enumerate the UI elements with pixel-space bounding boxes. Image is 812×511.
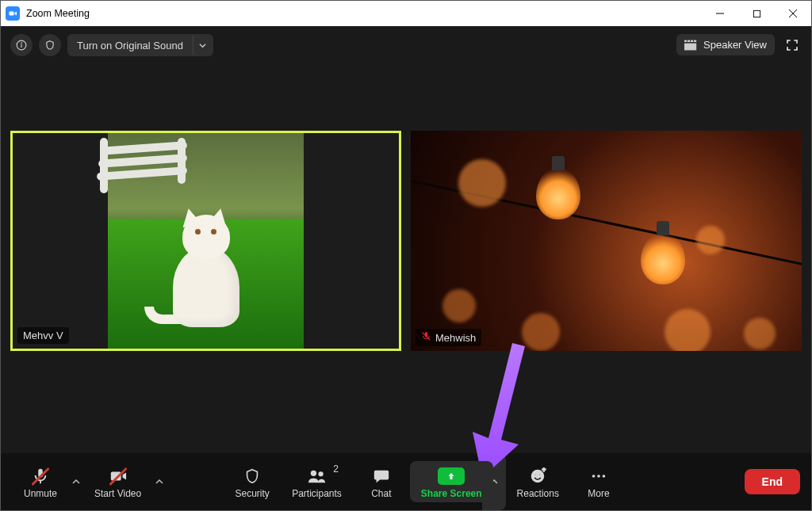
fullscreen-button[interactable] bbox=[783, 36, 802, 55]
meeting-info-icon[interactable] bbox=[10, 34, 33, 56]
participant-name: Mehwish bbox=[435, 332, 476, 344]
svg-rect-2 bbox=[753, 10, 760, 17]
minimize-button[interactable] bbox=[702, 1, 738, 26]
more-icon bbox=[590, 466, 607, 486]
meeting-toolbar: Unmute Start Video Security bbox=[1, 453, 811, 510]
participant-name: Mehvv V bbox=[23, 330, 63, 341]
unmute-button[interactable]: Unmute bbox=[12, 461, 69, 502]
unmute-label: Unmute bbox=[24, 488, 57, 499]
video-off-icon bbox=[109, 466, 128, 486]
more-button[interactable]: More bbox=[570, 461, 627, 502]
participants-button[interactable]: 2 Participants bbox=[281, 461, 353, 502]
svg-rect-9 bbox=[688, 40, 690, 41]
top-right-controls: Speaker View bbox=[676, 34, 802, 55]
participants-icon bbox=[307, 466, 327, 486]
svg-rect-0 bbox=[10, 12, 14, 16]
svg-point-24 bbox=[603, 475, 606, 478]
end-label: End bbox=[762, 475, 783, 488]
svg-rect-11 bbox=[694, 40, 696, 41]
participant-video bbox=[411, 131, 802, 351]
participant-name-tag: Mehwish bbox=[416, 329, 481, 346]
start-video-label: Start Video bbox=[94, 488, 141, 499]
zoom-window: Zoom Meeting Turn on Original Sound Spea… bbox=[0, 0, 812, 511]
start-video-button[interactable]: Start Video bbox=[83, 461, 152, 502]
speaker-view-button[interactable]: Speaker View bbox=[676, 34, 775, 55]
speaker-view-label: Speaker View bbox=[703, 39, 767, 51]
participants-label: Participants bbox=[292, 488, 342, 499]
share-screen-button[interactable]: Share Screen bbox=[410, 461, 493, 502]
share-screen-label: Share Screen bbox=[421, 488, 482, 499]
svg-point-22 bbox=[592, 475, 596, 478]
svg-point-16 bbox=[310, 471, 316, 476]
video-options-caret-icon[interactable] bbox=[152, 466, 167, 498]
window-controls bbox=[702, 1, 811, 26]
svg-rect-12 bbox=[684, 43, 696, 50]
participant-video bbox=[13, 133, 399, 349]
zoom-app-icon bbox=[6, 6, 20, 21]
speaker-view-icon bbox=[684, 40, 697, 51]
encryption-shield-icon[interactable] bbox=[39, 34, 61, 56]
svg-point-17 bbox=[318, 471, 323, 476]
audio-options-caret-icon[interactable] bbox=[69, 466, 83, 498]
svg-text:+: + bbox=[542, 467, 546, 474]
original-sound-toggle[interactable]: Turn on Original Sound bbox=[67, 34, 213, 56]
chat-icon bbox=[372, 466, 391, 486]
meeting-area: Turn on Original Sound Speaker View bbox=[1, 26, 811, 510]
svg-point-20 bbox=[539, 474, 541, 475]
participant-name-tag: Mehvv V bbox=[17, 327, 69, 344]
chat-button[interactable]: Chat bbox=[353, 461, 410, 502]
original-sound-label: Turn on Original Sound bbox=[67, 40, 193, 51]
svg-point-7 bbox=[21, 43, 22, 44]
window-title: Zoom Meeting bbox=[26, 8, 702, 19]
share-screen-icon bbox=[438, 466, 465, 486]
more-label: More bbox=[588, 488, 609, 499]
chat-label: Chat bbox=[371, 488, 391, 499]
title-bar: Zoom Meeting bbox=[1, 1, 811, 26]
video-tile-active[interactable]: Mehvv V bbox=[10, 131, 401, 351]
smiley-icon: + bbox=[529, 466, 546, 486]
security-button[interactable]: Security bbox=[224, 461, 281, 502]
shield-icon bbox=[243, 466, 261, 486]
video-tile[interactable]: Mehwish bbox=[411, 131, 802, 351]
close-button[interactable] bbox=[775, 1, 811, 26]
svg-point-23 bbox=[597, 475, 600, 478]
mic-muted-icon bbox=[421, 331, 431, 344]
svg-rect-8 bbox=[684, 40, 687, 41]
svg-point-19 bbox=[534, 474, 536, 475]
svg-rect-10 bbox=[691, 40, 693, 41]
video-grid: Mehvv V bbox=[1, 64, 811, 453]
maximize-button[interactable] bbox=[738, 1, 775, 26]
original-sound-caret-icon[interactable] bbox=[193, 36, 212, 55]
end-meeting-button[interactable]: End bbox=[745, 469, 800, 494]
security-label: Security bbox=[235, 488, 269, 499]
reactions-label: Reactions bbox=[517, 488, 559, 499]
participants-count: 2 bbox=[333, 463, 339, 475]
microphone-muted-icon bbox=[32, 466, 49, 486]
reactions-button[interactable]: + Reactions bbox=[506, 461, 570, 502]
